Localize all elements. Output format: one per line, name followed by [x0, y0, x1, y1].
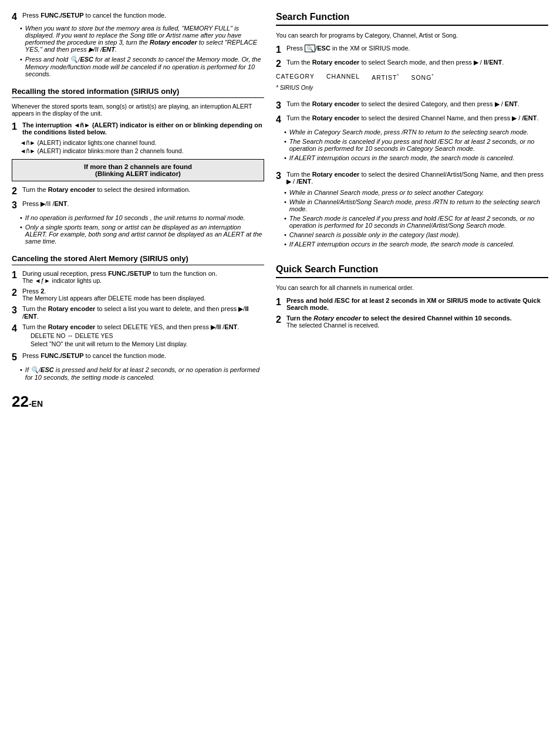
bullet-cat-alert: If ALERT interruption occurs in the sear… — [284, 154, 548, 161]
bullet-chan-cat: While in Channel Search mode, press or t… — [284, 189, 548, 196]
cancel-step-5: 5 Press FUNC./SETUP to cancel the functi… — [12, 352, 264, 363]
page-container: 4 Press FUNC./SETUP to cancel the functi… — [12, 12, 548, 411]
delete-row-2: Select "NO" the unit will return to the … — [31, 340, 264, 347]
quick-step-2-num: 2 — [276, 315, 286, 325]
search-step-3-cat-text: Turn the Rotary encoder to select the de… — [286, 100, 548, 108]
bullet-chan-rtn: While in Channel/Artist/Song Search mode… — [284, 198, 548, 212]
cat-song: SONG* — [411, 73, 434, 81]
step-3-recalling-text: Press ▶/II /ENT. — [22, 200, 264, 208]
cancel-step-5-text: Press FUNC./SETUP to cancel the function… — [22, 352, 264, 359]
indicator-lights: ◄ñ► (ALERT) indicator lights: one channe… — [20, 139, 264, 146]
search-step-4-chan: 4 Turn the Rotary encoder to select the … — [276, 114, 548, 125]
step-1-recalling: 1 The interruption ◄ñ► (ALERT) indicator… — [12, 121, 264, 136]
search-step-3-chan-text: Turn the Rotary encoder to select the de… — [286, 171, 548, 185]
step-2-recalling-num: 2 — [12, 186, 22, 197]
search-title: Search Function — [276, 12, 548, 26]
bullet-esc-cancel: If 🔍/ESC is pressed and held for at leas… — [20, 366, 264, 381]
cancel-step-2-text: Press 2. — [22, 288, 264, 295]
step-2-recalling-text: Turn the Rotary encoder to select the de… — [22, 186, 264, 193]
cancel-step-5-num: 5 — [12, 352, 22, 363]
search-step-3-cat-num: 3 — [276, 100, 286, 111]
step-4-top-text: Press FUNC./SETUP to cancel the function… — [22, 12, 264, 19]
bullet-chan-last: Channel search is possible only in the c… — [284, 231, 548, 238]
cancel-step-4-num: 4 — [12, 323, 22, 334]
cancel-step-4-text: Turn the Rotary encoder to select DELETE… — [22, 323, 264, 331]
cat-category: CATEGORY — [276, 73, 315, 81]
bullet-memory-full: When you want to store but the memory ar… — [20, 25, 264, 53]
search-step-3-chan: 3 Turn the Rotary encoder to select the … — [276, 171, 548, 185]
quick-step-1-text: Press and hold /ESC for at least 2 secon… — [286, 297, 548, 311]
quick-step-2-text: Turn the Rotary encoder to select the de… — [286, 315, 548, 322]
recalling-title: Recalling the stored information (SIRIUS… — [12, 87, 264, 98]
step-1-recalling-text: The interruption ◄ñ► (ALERT) indicator i… — [22, 121, 264, 136]
step-3-recalling-num: 3 — [12, 200, 22, 211]
search-step-1-num: 1 — [276, 45, 286, 55]
cancel-step-2-num: 2 — [12, 288, 22, 298]
cancel-step-3-text: Turn the Rotary encoder to select a list… — [22, 305, 264, 320]
search-step-3-cat: 3 Turn the Rotary encoder to select the … — [276, 100, 548, 111]
alert-box-line2: (Blinking ALERT indicator) — [18, 170, 258, 177]
cat-artist: ARTIST* — [372, 73, 399, 81]
quick-search-section: Quick Search Function You can search for… — [276, 264, 548, 329]
search-step-1: 1 Press 🔍/ESC in the XM or SIRIUS mode. — [276, 45, 548, 55]
search-section: Search Function You can search for progr… — [276, 12, 548, 248]
alert-box-line1: If more than 2 channels are found — [18, 163, 258, 170]
footnote-sirius: * SIRIUS Only — [276, 85, 548, 91]
right-column: Search Function You can search for progr… — [276, 12, 548, 411]
quick-search-title: Quick Search Function — [276, 264, 548, 278]
delete-row-1: DELETE NO ↔ DELETE YES — [31, 332, 264, 339]
step-1-recalling-num: 1 — [12, 121, 22, 132]
cancel-step-3-num: 3 — [12, 305, 22, 316]
step-num-4-top: 4 — [12, 12, 22, 22]
quick-step-1: 1 Press and hold /ESC for at least 2 sec… — [276, 297, 548, 311]
page-number: 22-EN — [12, 393, 264, 411]
bullet-press-hold-esc: Press and hold 🔍/ESC for at least 2 seco… — [20, 56, 264, 77]
cancel-step-2: 2 Press 2. The Memory List appears after… — [12, 288, 264, 302]
search-step-4-chan-text: Turn the Rotary encoder to select the de… — [286, 114, 548, 122]
recalling-intro: Whenever the stored sports team, song(s)… — [12, 103, 264, 117]
search-step-3-chan-num: 3 — [276, 171, 286, 181]
bullet-chan-alert: If ALERT interruption occurs in the sear… — [284, 241, 548, 248]
search-step-2: 2 Turn the Rotary encoder to select Sear… — [276, 59, 548, 69]
cancel-step-1-sub: The ◄ƒ► indicator lights up. — [22, 277, 264, 284]
alert-box: If more than 2 channels are found (Blink… — [12, 159, 264, 181]
cancel-step-1-text: During usual reception, press FUNC./SETU… — [22, 270, 264, 277]
category-row: CATEGORY CHANNEL ARTIST* SONG* — [276, 73, 548, 81]
quick-step-2: 2 Turn the Rotary encoder to select the … — [276, 315, 548, 329]
bullet-cat-rtn: While in Category Search mode, press /RT… — [284, 129, 548, 136]
cancel-step-1: 1 During usual reception, press FUNC./SE… — [12, 270, 264, 284]
canceling-title: Canceling the stored Alert Memory (SIRIU… — [12, 254, 264, 265]
step-2-recalling: 2 Turn the Rotary encoder to select the … — [12, 186, 264, 197]
bullet-10sec-normal: If no operation is performed for 10 seco… — [20, 214, 264, 221]
search-step-1-text: Press 🔍/ESC in the XM or SIRIUS mode. — [286, 45, 548, 52]
recalling-section: Recalling the stored information (SIRIUS… — [12, 87, 264, 245]
indicator-blinks: ◄ñ► (ALERT) indicator blinks: more than … — [20, 147, 264, 154]
cancel-step-2-sub: The Memory List appears after DELETE mod… — [22, 295, 264, 302]
bullet-cat-esc: The Search mode is canceled if you press… — [284, 138, 548, 152]
bullet-single-sports: Only a single sports team, song or artis… — [20, 224, 264, 245]
bullet-chan-esc: The Search mode is canceled if you press… — [284, 215, 548, 229]
search-step-2-text: Turn the Rotary encoder to select Search… — [286, 59, 548, 66]
cat-channel: CHANNEL — [326, 73, 360, 81]
step-3-recalling: 3 Press ▶/II /ENT. — [12, 200, 264, 211]
quick-search-intro: You can search for all channels in numer… — [276, 284, 548, 291]
search-step-4-chan-num: 4 — [276, 114, 286, 125]
search-intro: You can search for programs by Category,… — [276, 32, 548, 39]
quick-step-1-num: 1 — [276, 297, 286, 308]
cancel-step-4: 4 Turn the Rotary encoder to select DELE… — [12, 323, 264, 349]
cancel-step-1-num: 1 — [12, 270, 22, 281]
step-4-top: 4 Press FUNC./SETUP to cancel the functi… — [12, 12, 264, 22]
cancel-step-3: 3 Turn the Rotary encoder to select a li… — [12, 305, 264, 320]
left-column: 4 Press FUNC./SETUP to cancel the functi… — [12, 12, 264, 411]
search-step-2-num: 2 — [276, 59, 286, 69]
quick-step-2-sub: The selected Channel is received. — [286, 322, 548, 329]
canceling-section: Canceling the stored Alert Memory (SIRIU… — [12, 254, 264, 381]
